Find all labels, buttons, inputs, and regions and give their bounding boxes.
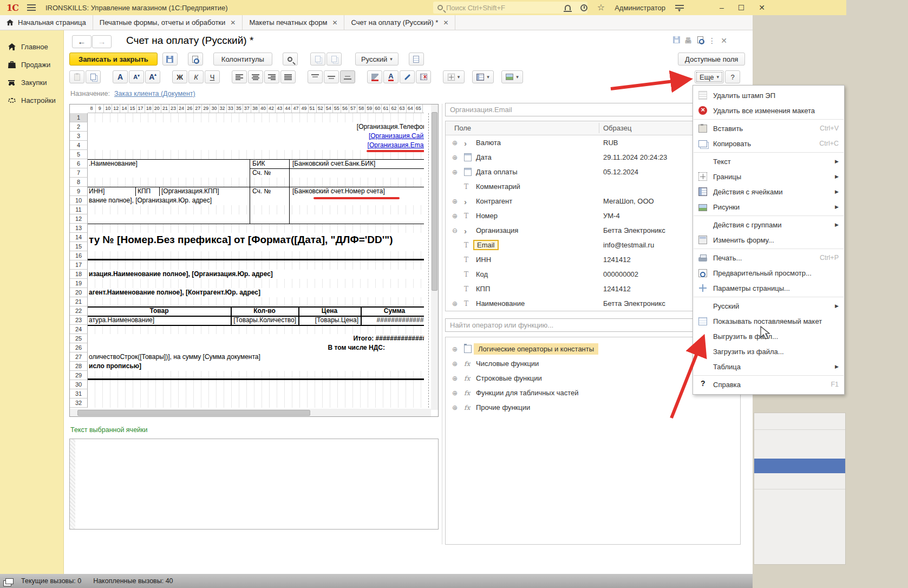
fill-color-button[interactable] — [367, 70, 382, 83]
sheet-cell-text[interactable]: оличествоСтрок([Товары])], на сумму [Сум… — [89, 353, 260, 361]
sheet-cell-text[interactable]: Итого: ############## — [88, 335, 424, 343]
sheet-cell-text[interactable]: Сч. № — [252, 187, 271, 195]
menu-item[interactable]: Рисунки ▶ — [693, 199, 844, 214]
menu-item[interactable]: Действия с группами ▶ — [693, 217, 844, 232]
tab[interactable]: Счет на оплату (Русский) * ✕ — [344, 15, 455, 30]
column-header[interactable]: 59 — [365, 104, 374, 113]
kebab-icon[interactable]: ⋮ — [706, 36, 718, 45]
expand-icon[interactable] — [452, 389, 460, 397]
menu-item[interactable]: Параметры страницы... — [693, 280, 844, 296]
column-header[interactable]: 29 — [202, 104, 210, 113]
valign-top-button[interactable] — [308, 70, 323, 83]
zoom-button[interactable] — [283, 53, 298, 66]
menu-item[interactable]: Действия с ячейками ▶ — [693, 184, 844, 199]
sheet-cell-text[interactable]: Сч. № — [252, 169, 271, 177]
row-header[interactable]: 9 — [70, 187, 88, 196]
maximize-button[interactable]: ☐ — [738, 3, 745, 12]
menu-item[interactable]: Копировать Ctrl+C — [693, 136, 844, 151]
sheet-cell-text[interactable]: ту № [Номер.Без префикса] от [Формат([Да… — [89, 233, 424, 246]
italic-button[interactable]: К — [188, 70, 204, 83]
column-header[interactable]: 37 — [243, 104, 251, 113]
column-header[interactable]: 55 — [333, 104, 341, 113]
expand-icon[interactable] — [452, 270, 460, 278]
expand-icon[interactable] — [452, 374, 460, 382]
column-header[interactable]: 63 — [399, 104, 407, 113]
nav-back-button[interactable]: ← — [72, 35, 92, 48]
column-header[interactable]: 52 — [317, 104, 325, 113]
sheet-cell-text[interactable]: ############## — [362, 316, 424, 324]
sheet-cell-text[interactable]: [Товары.Количество] — [231, 316, 296, 324]
sheet-cell-text[interactable]: В том числе НДС: — [88, 344, 385, 352]
sheet-row-headers[interactable]: 1234567891011121314151617181920212223242… — [70, 113, 88, 408]
row-header[interactable]: 8 — [70, 178, 88, 187]
row-header[interactable]: 29 — [70, 371, 88, 380]
sheet-cell-text[interactable]: .Наименование] — [89, 160, 138, 168]
valign-middle-button[interactable] — [324, 70, 339, 83]
column-header[interactable]: 35 — [235, 104, 243, 113]
expand-icon[interactable] — [452, 403, 460, 411]
expand-icon[interactable] — [452, 197, 460, 205]
menu-item[interactable]: Границы ▶ — [693, 169, 844, 184]
delete-cells-button[interactable] — [416, 70, 431, 83]
sheet-cell-text[interactable]: вание полное], [Организация.Юр. адрес] — [89, 197, 212, 205]
column-header[interactable]: 62 — [390, 104, 398, 113]
column-header[interactable]: 40 — [259, 104, 267, 113]
template-spreadsheet[interactable]: 8910121415171820212324262729303233353738… — [69, 104, 439, 417]
copy-style-button[interactable] — [310, 53, 325, 66]
row-header[interactable]: 4 — [70, 141, 88, 150]
service-menu-icon[interactable] — [675, 5, 684, 10]
column-header[interactable]: 32 — [219, 104, 227, 113]
row-header[interactable]: 1 — [70, 113, 88, 122]
row-header[interactable]: 3 — [70, 132, 88, 141]
column-header[interactable]: 43 — [276, 104, 284, 113]
sheet-cell-text[interactable]: КПП — [138, 187, 151, 195]
column-header[interactable]: 64 — [407, 104, 415, 113]
sheet-cell-text[interactable]: Товар — [88, 307, 231, 315]
sheet-cell-text[interactable]: изация.Наименование полное], [Организаци… — [89, 270, 273, 278]
expand-icon[interactable] — [452, 212, 460, 220]
row-header[interactable]: 11 — [70, 205, 88, 214]
column-header[interactable]: 10 — [104, 104, 112, 113]
sheet-cell-text[interactable]: [Организация.Email] — [88, 141, 424, 149]
row-header[interactable]: 13 — [70, 224, 88, 233]
expand-icon[interactable] — [452, 182, 460, 191]
sheet-cell-text[interactable]: исло прописью] — [89, 362, 141, 370]
expand-icon[interactable] — [452, 299, 460, 308]
save-button[interactable] — [162, 53, 178, 66]
close-window-button[interactable]: ✕ — [759, 3, 765, 12]
font-color-button[interactable]: А — [383, 70, 399, 83]
sidebar-item[interactable]: Главное — [0, 38, 63, 56]
tab-close-icon[interactable]: ✕ — [230, 19, 236, 27]
column-header[interactable]: 57 — [349, 104, 357, 113]
column-header[interactable]: 42 — [267, 104, 276, 113]
copy-button[interactable] — [86, 70, 101, 83]
column-header[interactable]: 23 — [169, 104, 178, 113]
row-header[interactable]: 21 — [70, 297, 88, 306]
column-header[interactable]: 47 — [292, 104, 300, 113]
column-header[interactable]: 65 — [415, 104, 423, 113]
expand-icon[interactable] — [452, 139, 460, 147]
row-header[interactable]: 15 — [70, 242, 88, 251]
paste-button[interactable] — [69, 70, 84, 83]
menu-item[interactable]: Показывать поставляемый макет — [693, 313, 844, 329]
column-header[interactable]: 33 — [227, 104, 235, 113]
column-header[interactable]: 51 — [309, 104, 317, 113]
sheet-cell-text[interactable]: ИНН] — [89, 187, 104, 195]
column-header[interactable]: 30 — [210, 104, 218, 113]
sheet-cell-text[interactable]: Кол-во — [231, 307, 298, 315]
expand-icon[interactable] — [452, 360, 460, 368]
tab[interactable]: Начальная страница — [0, 15, 93, 30]
user-name[interactable]: Администратор — [615, 4, 665, 12]
row-header[interactable]: 26 — [70, 343, 88, 352]
menu-item[interactable]: Русский ▶ — [693, 298, 844, 313]
menu-item[interactable]: Предварительный просмотр... — [693, 265, 844, 280]
expand-icon[interactable] — [452, 256, 460, 264]
menu-item[interactable]: Выгрузить в файл... — [693, 329, 844, 344]
row-header[interactable]: 23 — [70, 316, 88, 325]
expand-icon[interactable] — [452, 168, 460, 176]
row-header[interactable]: 18 — [70, 270, 88, 279]
main-menu-icon[interactable] — [27, 4, 36, 11]
page-view-button[interactable] — [409, 53, 424, 66]
sheet-cell-text[interactable]: [Товары.Цена] — [298, 316, 358, 324]
column-header[interactable]: 24 — [178, 104, 186, 113]
